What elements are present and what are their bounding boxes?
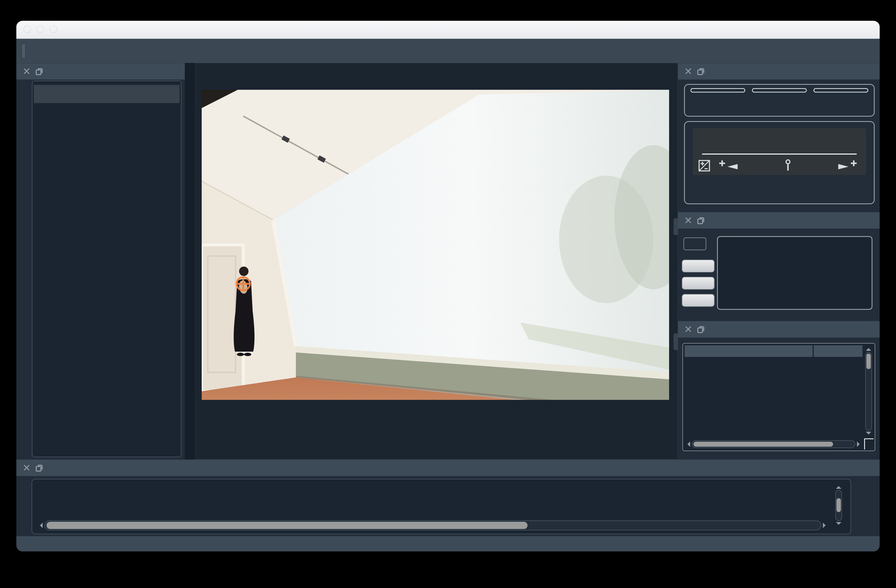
scrollbar-thumb[interactable]	[866, 353, 871, 369]
panel-splitter[interactable]	[185, 63, 195, 459]
close-panel-icon[interactable]: ✕	[684, 324, 692, 334]
exif-header: ✕	[678, 321, 880, 338]
scroll-up-arrow[interactable]	[836, 483, 841, 489]
detach-panel-icon[interactable]	[696, 325, 706, 334]
right-panel: ✕	[678, 63, 880, 459]
scroll-down-arrow[interactable]	[866, 432, 872, 437]
scroll-down-arrow[interactable]	[836, 522, 841, 528]
source-directory-header: ✕	[16, 63, 185, 79]
toolbar	[16, 39, 880, 63]
scrollbar-thumb[interactable]	[837, 498, 841, 512]
red-value-button[interactable]	[682, 260, 715, 273]
main-data-header: ✕	[678, 63, 880, 79]
tree-scrolled-row	[34, 86, 180, 103]
scrollbar-thumb[interactable]	[693, 442, 833, 447]
resize-corner[interactable]	[864, 439, 873, 449]
close-panel-icon[interactable]: ✕	[23, 67, 31, 76]
close-panel-icon[interactable]: ✕	[23, 463, 31, 473]
close-panel-icon[interactable]: ✕	[684, 67, 692, 76]
detach-panel-icon[interactable]	[35, 463, 44, 473]
exif-horizontal-scrollbar[interactable]	[684, 439, 862, 449]
scroll-right-arrow[interactable]	[823, 522, 828, 528]
desktop: ✕	[0, 0, 896, 588]
status-bar	[16, 536, 880, 551]
detach-panel-icon[interactable]	[696, 216, 706, 225]
ev-compensation-scale	[698, 158, 861, 174]
firmware-pill	[752, 88, 807, 93]
directory-contents-panel	[16, 476, 880, 536]
main-data-content	[678, 79, 880, 212]
shutter-pill	[814, 88, 868, 93]
folder-tree	[32, 81, 181, 457]
scroll-left-arrow[interactable]	[37, 522, 43, 528]
tag-column-header[interactable]	[684, 345, 812, 357]
photo-preview[interactable]	[202, 90, 669, 400]
main-area: ✕	[16, 63, 880, 459]
image-canvas	[195, 63, 678, 459]
scroll-left-arrow[interactable]	[684, 442, 690, 447]
exif-content	[678, 338, 880, 459]
thumbnail-vertical-scrollbar[interactable]	[834, 483, 843, 528]
detach-panel-icon[interactable]	[35, 67, 44, 76]
exposure-box	[684, 121, 875, 204]
titlebar	[16, 21, 880, 39]
close-panel-icon[interactable]: ✕	[684, 216, 692, 225]
intserial-pill	[690, 88, 745, 93]
splitter-collapse-tab[interactable]	[674, 218, 678, 235]
directory-contents-header: ✕	[16, 459, 880, 476]
blue-value-button[interactable]	[682, 294, 715, 307]
rgb-histogram-plot	[717, 236, 872, 310]
exif-vertical-scrollbar[interactable]	[864, 345, 873, 437]
toolbar-grip-handle[interactable]	[23, 44, 24, 58]
scroll-up-arrow[interactable]	[866, 345, 872, 351]
ev-scale	[715, 158, 861, 174]
window-title	[16, 21, 880, 39]
divider	[34, 85, 180, 85]
af-point-marker	[236, 277, 250, 290]
thumbnail-horizontal-scrollbar[interactable]	[37, 520, 828, 531]
exif-table-header	[684, 345, 862, 357]
exif-table	[683, 343, 875, 451]
camera-id-box	[684, 84, 875, 117]
histogram-header: ✕	[678, 212, 880, 228]
app-window: ✕	[16, 21, 880, 551]
scroll-right-arrow[interactable]	[857, 442, 862, 447]
green-value-button[interactable]	[682, 277, 715, 289]
exposure-display	[693, 128, 866, 175]
scrollbar-thumb[interactable]	[47, 522, 527, 529]
thumbnail-strip	[32, 479, 851, 534]
ev-comp-icon	[698, 160, 710, 172]
splitter-collapse-tab[interactable]	[674, 334, 678, 350]
detach-panel-icon[interactable]	[696, 67, 706, 76]
photo-orangery-scene	[202, 90, 669, 400]
histogram-content	[678, 228, 880, 321]
sampled-color-swatch	[684, 238, 706, 250]
source-directory-panel: ✕	[16, 63, 185, 459]
contents-column-header[interactable]	[814, 345, 862, 357]
